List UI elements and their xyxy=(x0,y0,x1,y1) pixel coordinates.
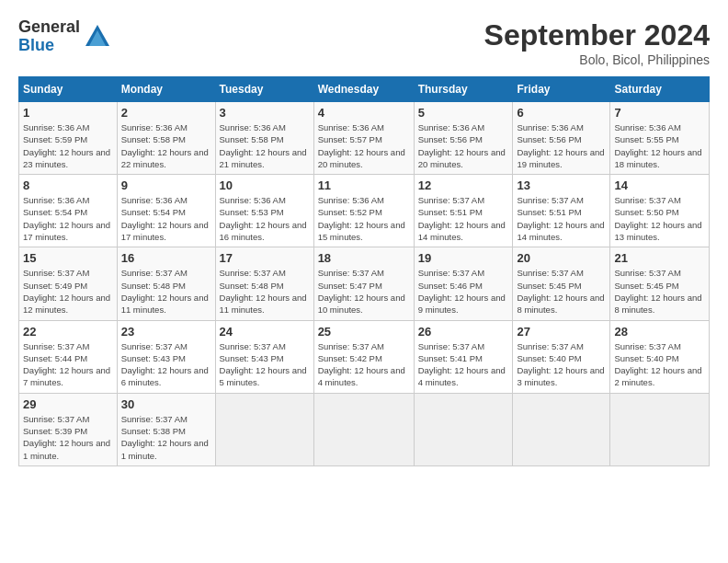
calendar-week-4: 22 Sunrise: 5:37 AM Sunset: 5:44 PM Dayl… xyxy=(19,320,710,393)
logo-blue-text: Blue xyxy=(18,37,80,55)
calendar-cell: 2 Sunrise: 5:36 AM Sunset: 5:58 PM Dayli… xyxy=(117,102,215,175)
day-number: 23 xyxy=(121,325,211,339)
day-number: 16 xyxy=(121,251,211,265)
day-info: Sunrise: 5:36 AM Sunset: 5:59 PM Dayligh… xyxy=(23,121,113,170)
calendar-cell: 6 Sunrise: 5:36 AM Sunset: 5:56 PM Dayli… xyxy=(513,102,610,175)
day-number: 19 xyxy=(418,251,509,265)
day-number: 22 xyxy=(23,325,113,339)
day-number: 29 xyxy=(23,397,113,411)
calendar-cell: 9 Sunrise: 5:36 AM Sunset: 5:54 PM Dayli… xyxy=(117,175,215,247)
calendar-cell: 14 Sunrise: 5:37 AM Sunset: 5:50 PM Dayl… xyxy=(610,175,710,247)
day-number: 17 xyxy=(220,251,310,265)
column-header-thursday: Thursday xyxy=(414,77,513,102)
logo-general-text: General xyxy=(18,18,80,37)
day-info: Sunrise: 5:36 AM Sunset: 5:58 PM Dayligh… xyxy=(220,121,310,170)
logo: General Blue xyxy=(18,18,111,55)
calendar-cell: 28 Sunrise: 5:37 AM Sunset: 5:40 PM Dayl… xyxy=(610,320,710,393)
day-info: Sunrise: 5:37 AM Sunset: 5:39 PM Dayligh… xyxy=(23,413,113,462)
calendar-cell: 26 Sunrise: 5:37 AM Sunset: 5:41 PM Dayl… xyxy=(414,320,513,393)
day-number: 9 xyxy=(121,178,211,192)
day-info: Sunrise: 5:37 AM Sunset: 5:48 PM Dayligh… xyxy=(220,267,310,316)
day-number: 18 xyxy=(318,251,410,265)
calendar-cell xyxy=(313,393,414,465)
day-number: 6 xyxy=(517,106,606,120)
day-number: 28 xyxy=(614,325,705,339)
calendar-cell: 24 Sunrise: 5:37 AM Sunset: 5:43 PM Dayl… xyxy=(215,320,313,393)
day-number: 10 xyxy=(220,178,310,192)
day-info: Sunrise: 5:37 AM Sunset: 5:50 PM Dayligh… xyxy=(614,194,705,243)
calendar-cell: 25 Sunrise: 5:37 AM Sunset: 5:42 PM Dayl… xyxy=(313,320,414,393)
day-number: 24 xyxy=(220,325,310,339)
day-number: 21 xyxy=(614,251,705,265)
day-info: Sunrise: 5:36 AM Sunset: 5:56 PM Dayligh… xyxy=(517,121,606,170)
day-number: 15 xyxy=(23,251,113,265)
day-info: Sunrise: 5:37 AM Sunset: 5:40 PM Dayligh… xyxy=(517,340,606,389)
calendar-cell xyxy=(513,393,610,465)
day-info: Sunrise: 5:36 AM Sunset: 5:58 PM Dayligh… xyxy=(121,121,211,170)
calendar-week-3: 15 Sunrise: 5:37 AM Sunset: 5:49 PM Dayl… xyxy=(19,247,710,320)
calendar-cell: 23 Sunrise: 5:37 AM Sunset: 5:43 PM Dayl… xyxy=(117,320,215,393)
calendar-cell: 1 Sunrise: 5:36 AM Sunset: 5:59 PM Dayli… xyxy=(19,102,118,175)
day-info: Sunrise: 5:37 AM Sunset: 5:51 PM Dayligh… xyxy=(517,194,606,243)
day-info: Sunrise: 5:36 AM Sunset: 5:57 PM Dayligh… xyxy=(318,121,410,170)
calendar-cell: 8 Sunrise: 5:36 AM Sunset: 5:54 PM Dayli… xyxy=(19,175,118,247)
day-info: Sunrise: 5:37 AM Sunset: 5:46 PM Dayligh… xyxy=(418,267,509,316)
calendar-week-1: 1 Sunrise: 5:36 AM Sunset: 5:59 PM Dayli… xyxy=(19,102,710,175)
day-info: Sunrise: 5:36 AM Sunset: 5:53 PM Dayligh… xyxy=(220,194,310,243)
calendar-cell: 27 Sunrise: 5:37 AM Sunset: 5:40 PM Dayl… xyxy=(513,320,610,393)
day-info: Sunrise: 5:37 AM Sunset: 5:42 PM Dayligh… xyxy=(318,340,410,389)
day-number: 14 xyxy=(614,178,705,192)
day-number: 8 xyxy=(23,178,113,192)
calendar-cell: 5 Sunrise: 5:36 AM Sunset: 5:56 PM Dayli… xyxy=(414,102,513,175)
column-header-sunday: Sunday xyxy=(19,77,118,102)
day-info: Sunrise: 5:37 AM Sunset: 5:48 PM Dayligh… xyxy=(121,267,211,316)
day-info: Sunrise: 5:37 AM Sunset: 5:43 PM Dayligh… xyxy=(220,340,310,389)
day-info: Sunrise: 5:37 AM Sunset: 5:45 PM Dayligh… xyxy=(614,267,705,316)
day-number: 3 xyxy=(220,106,310,120)
column-header-wednesday: Wednesday xyxy=(313,77,414,102)
calendar-cell: 4 Sunrise: 5:36 AM Sunset: 5:57 PM Dayli… xyxy=(313,102,414,175)
day-info: Sunrise: 5:37 AM Sunset: 5:38 PM Dayligh… xyxy=(121,413,211,462)
calendar-cell: 7 Sunrise: 5:36 AM Sunset: 5:55 PM Dayli… xyxy=(610,102,710,175)
day-number: 4 xyxy=(318,106,410,120)
location: Bolo, Bicol, Philippines xyxy=(484,52,710,67)
day-number: 20 xyxy=(517,251,606,265)
column-header-monday: Monday xyxy=(117,77,215,102)
calendar-week-5: 29 Sunrise: 5:37 AM Sunset: 5:39 PM Dayl… xyxy=(19,393,710,465)
calendar-cell xyxy=(610,393,710,465)
calendar-cell: 21 Sunrise: 5:37 AM Sunset: 5:45 PM Dayl… xyxy=(610,247,710,320)
day-number: 12 xyxy=(418,178,509,192)
calendar-cell: 11 Sunrise: 5:36 AM Sunset: 5:52 PM Dayl… xyxy=(313,175,414,247)
calendar-cell: 22 Sunrise: 5:37 AM Sunset: 5:44 PM Dayl… xyxy=(19,320,118,393)
logo-icon xyxy=(84,23,111,51)
day-info: Sunrise: 5:37 AM Sunset: 5:51 PM Dayligh… xyxy=(418,194,509,243)
day-number: 11 xyxy=(318,178,410,192)
calendar-cell: 3 Sunrise: 5:36 AM Sunset: 5:58 PM Dayli… xyxy=(215,102,313,175)
title-block: September 2024 Bolo, Bicol, Philippines xyxy=(484,18,710,67)
month-title: September 2024 xyxy=(484,18,710,52)
calendar-week-2: 8 Sunrise: 5:36 AM Sunset: 5:54 PM Dayli… xyxy=(19,175,710,247)
day-number: 1 xyxy=(23,106,113,120)
day-info: Sunrise: 5:37 AM Sunset: 5:43 PM Dayligh… xyxy=(121,340,211,389)
calendar-cell: 18 Sunrise: 5:37 AM Sunset: 5:47 PM Dayl… xyxy=(313,247,414,320)
calendar-cell: 19 Sunrise: 5:37 AM Sunset: 5:46 PM Dayl… xyxy=(414,247,513,320)
day-number: 13 xyxy=(517,178,606,192)
day-info: Sunrise: 5:36 AM Sunset: 5:55 PM Dayligh… xyxy=(614,121,705,170)
day-number: 2 xyxy=(121,106,211,120)
page-header: General Blue September 2024 Bolo, Bicol,… xyxy=(18,18,710,67)
calendar-cell: 17 Sunrise: 5:37 AM Sunset: 5:48 PM Dayl… xyxy=(215,247,313,320)
calendar-cell: 13 Sunrise: 5:37 AM Sunset: 5:51 PM Dayl… xyxy=(513,175,610,247)
day-number: 27 xyxy=(517,325,606,339)
day-info: Sunrise: 5:36 AM Sunset: 5:56 PM Dayligh… xyxy=(418,121,509,170)
day-info: Sunrise: 5:37 AM Sunset: 5:41 PM Dayligh… xyxy=(418,340,509,389)
day-info: Sunrise: 5:37 AM Sunset: 5:49 PM Dayligh… xyxy=(23,267,113,316)
column-header-saturday: Saturday xyxy=(610,77,710,102)
calendar-cell: 10 Sunrise: 5:36 AM Sunset: 5:53 PM Dayl… xyxy=(215,175,313,247)
day-info: Sunrise: 5:36 AM Sunset: 5:54 PM Dayligh… xyxy=(23,194,113,243)
day-number: 7 xyxy=(614,106,705,120)
column-header-friday: Friday xyxy=(513,77,610,102)
calendar-table: SundayMondayTuesdayWednesdayThursdayFrid… xyxy=(18,76,710,466)
day-info: Sunrise: 5:37 AM Sunset: 5:45 PM Dayligh… xyxy=(517,267,606,316)
day-number: 25 xyxy=(318,325,410,339)
day-number: 5 xyxy=(418,106,509,120)
